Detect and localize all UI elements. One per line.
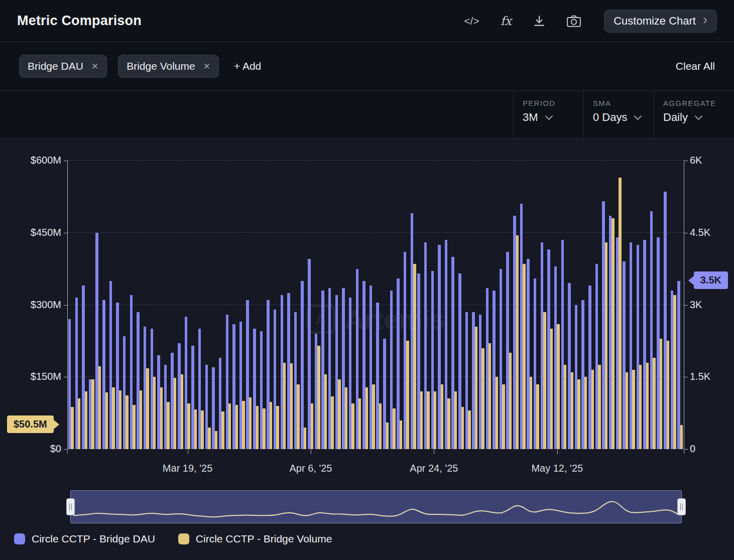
y-axis-tick	[684, 305, 688, 306]
y-axis-tick	[684, 161, 688, 161]
volume-bar	[434, 391, 436, 449]
volume-bar	[98, 366, 101, 449]
volume-bar	[468, 410, 470, 449]
sma-dropdown[interactable]: SMA 0 Days	[583, 91, 654, 138]
chart-legend: Circle CCTP - Bridge DAU Circle CCTP - B…	[14, 533, 332, 545]
volume-bar	[249, 397, 252, 450]
volume-bar	[270, 402, 272, 449]
volume-bar	[256, 406, 259, 449]
page-title: Metric Comparison	[17, 13, 142, 29]
volume-bar	[283, 363, 286, 450]
volume-bar	[215, 431, 217, 449]
volume-bar	[228, 403, 231, 449]
embed-code-icon[interactable]: </>	[464, 15, 479, 27]
aggregate-dropdown[interactable]: AGGREGATE Daily	[654, 91, 734, 138]
volume-bar	[112, 387, 114, 449]
volume-bar	[91, 379, 94, 449]
volume-bar	[208, 428, 210, 449]
volume-bar	[461, 407, 464, 449]
volume-bar	[174, 378, 176, 449]
volume-bar	[420, 391, 423, 449]
volume-bar	[523, 264, 525, 449]
volume-bar	[571, 372, 573, 449]
volume-bar	[379, 403, 382, 449]
plot-area[interactable]: A Artemis	[68, 161, 684, 449]
volume-bar	[393, 408, 395, 449]
volume-bar	[133, 405, 135, 449]
navigator-handle-right[interactable]	[677, 498, 686, 515]
x-axis-label: Mar 19, '25	[145, 463, 230, 474]
y-axis-right-label: 6K	[690, 155, 702, 166]
volume-bar	[550, 329, 553, 449]
sma-value: 0 Days	[593, 111, 627, 124]
period-dropdown[interactable]: PERIOD 3M	[513, 91, 583, 138]
volume-bar	[502, 384, 505, 449]
y-axis-tick	[684, 233, 688, 233]
volume-bar	[85, 391, 87, 449]
legend-item-bridge-dau[interactable]: Circle CCTP - Bridge DAU	[14, 533, 155, 545]
volume-bar	[331, 396, 333, 449]
volume-bar	[406, 341, 409, 449]
chip-bridge-dau-label: Bridge DAU	[28, 60, 83, 72]
period-label: PERIOD	[523, 99, 583, 107]
watermark-text: Artemis	[344, 304, 445, 335]
volume-bar	[639, 365, 642, 449]
volume-bar	[653, 358, 655, 449]
chip-bridge-dau[interactable]: Bridge DAU ✕	[19, 55, 107, 78]
chevron-down-icon	[695, 112, 703, 120]
x-axis-tick	[311, 450, 311, 454]
dau-swatch-icon	[14, 533, 25, 544]
chevron-right-icon: ›	[703, 13, 707, 27]
x-axis-tick	[188, 450, 188, 454]
volume-bar	[481, 348, 484, 449]
legend-label-dau: Circle CCTP - Bridge DAU	[32, 533, 155, 545]
volume-bar	[441, 384, 443, 449]
remove-chip-icon[interactable]: ✕	[203, 61, 210, 72]
y-axis-right-label: 1.5K	[690, 371, 710, 382]
add-metric-button[interactable]: + Add	[234, 60, 261, 72]
legend-label-volume: Circle CCTP - Bridge Volume	[196, 533, 332, 545]
y-axis-left-label: $150M	[8, 371, 61, 382]
volume-bar	[119, 390, 121, 449]
volume-bar	[181, 374, 183, 449]
download-icon[interactable]	[533, 15, 546, 28]
navigator-handle-left[interactable]	[66, 498, 75, 515]
volume-bar	[413, 264, 416, 449]
y-axis-right-line	[684, 161, 684, 454]
aggregate-label: AGGREGATE	[663, 99, 734, 107]
chip-bridge-volume[interactable]: Bridge Volume ✕	[118, 55, 219, 78]
volume-bar	[680, 425, 683, 449]
volume-bar	[358, 398, 361, 449]
formula-icon[interactable]: fx	[501, 14, 512, 28]
y-axis-left-line	[67, 161, 68, 454]
customize-chart-button[interactable]: Customize Chart ›	[604, 10, 717, 33]
top-chrome: Metric Comparison </> fx Customize Chart…	[0, 0, 734, 138]
volume-bar	[598, 365, 600, 449]
volume-bar	[105, 392, 108, 449]
volume-bar	[311, 403, 313, 449]
chart-controls-row: PERIOD 3M SMA 0 Days AGGREGATE Daily	[0, 91, 734, 138]
clear-all-button[interactable]: Clear All	[676, 60, 715, 72]
volume-bar	[660, 339, 662, 449]
volume-bar	[345, 387, 347, 449]
remove-chip-icon[interactable]: ✕	[91, 61, 98, 72]
volume-bar	[530, 377, 532, 449]
volume-bar	[509, 353, 512, 449]
camera-icon[interactable]	[567, 15, 581, 27]
sma-label: SMA	[593, 99, 654, 107]
volume-bar	[194, 409, 197, 449]
volume-bar	[496, 377, 498, 449]
range-navigator[interactable]	[70, 490, 682, 523]
header: Metric Comparison </> fx Customize Chart…	[0, 0, 734, 42]
legend-item-bridge-volume[interactable]: Circle CCTP - Bridge Volume	[178, 533, 332, 545]
dau-bar	[677, 281, 680, 449]
volume-bar	[619, 178, 621, 449]
y-axis-right-label: 0	[690, 443, 695, 455]
x-axis-tick	[557, 450, 558, 454]
volume-bar	[557, 324, 559, 449]
volume-bar	[564, 365, 566, 449]
volume-bar	[584, 377, 587, 449]
volume-bar	[201, 410, 203, 449]
y-axis-right-label: 3K	[690, 299, 702, 311]
volume-bar	[400, 421, 402, 450]
